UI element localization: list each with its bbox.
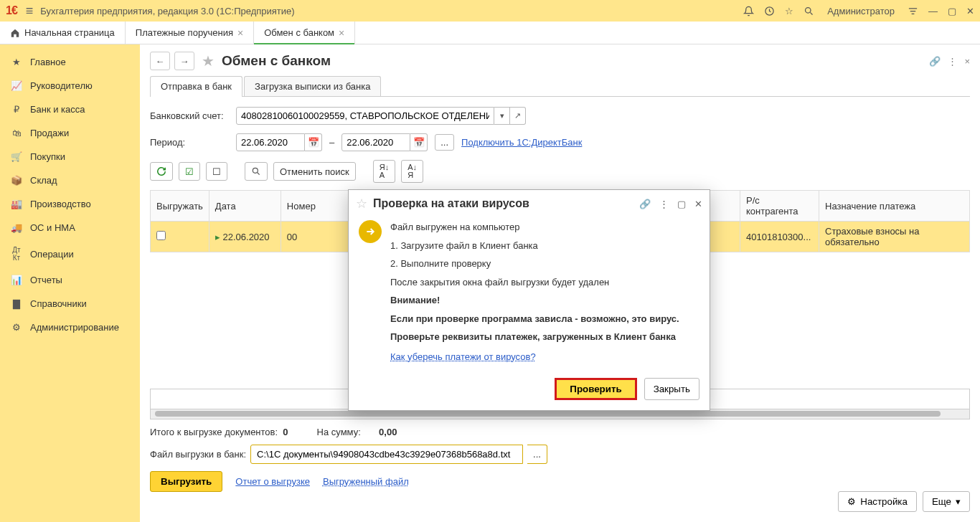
dropdown-icon[interactable]: ▾ (494, 107, 510, 125)
ops-icon: ДтКт (10, 246, 23, 262)
date-to-input[interactable] (341, 133, 410, 151)
account-input[interactable] (236, 107, 494, 125)
more-vert-icon[interactable]: ⋮ (948, 56, 957, 67)
dialog-warn2: Если при проверке программа зависла - во… (390, 312, 679, 326)
tab-payments-label: Платежные поручения (136, 27, 233, 38)
sort-asc-button[interactable]: Я↓А (373, 160, 395, 183)
col-purpose[interactable]: Назначение платежа (819, 191, 970, 222)
sidebar-item-operations[interactable]: ДтКтОперации (0, 239, 140, 268)
calendar-icon[interactable]: 📅 (410, 133, 428, 151)
close-icon[interactable]: × (339, 27, 344, 39)
star-icon[interactable]: ☆ (785, 6, 793, 16)
main-tabs: Начальная страница Платежные поручения ×… (0, 22, 980, 44)
sidebar: ★Главное 📈Руководителю ₽Банк и касса 🛍Пр… (0, 44, 140, 522)
col-export[interactable]: Выгружать (151, 191, 209, 222)
sidebar-item-production[interactable]: 🏭Производство (0, 192, 140, 216)
star-icon: ★ (10, 57, 23, 67)
date-from[interactable]: 📅 (236, 133, 322, 151)
bag-icon: 🛍 (10, 128, 23, 138)
link-icon[interactable]: 🔗 (929, 56, 941, 67)
app-title: Бухгалтерия предприятия, редакция 3.0 (1… (40, 6, 743, 16)
period-more-button[interactable]: ... (435, 134, 454, 151)
menu-icon[interactable]: ≡ (26, 4, 34, 19)
close-icon[interactable]: × (237, 27, 243, 39)
find-button[interactable] (245, 162, 268, 181)
tab-payments[interactable]: Платежные поручения × (126, 22, 254, 44)
file-path-input[interactable] (250, 445, 523, 464)
row-checkbox[interactable] (156, 231, 166, 240)
inner-tab-send[interactable]: Отправка в банк (150, 76, 242, 96)
date-from-input[interactable] (236, 133, 305, 151)
doc-icon: ▸ (215, 232, 220, 242)
history-icon[interactable] (764, 5, 775, 16)
sidebar-item-admin[interactable]: ⚙Администрирование (0, 315, 140, 339)
dialog-line3: 2. Выполните проверку (390, 257, 679, 271)
totals-docs: 0 (283, 427, 288, 437)
sidebar-item-sales[interactable]: 🛍Продажи (0, 121, 140, 145)
tab-home[interactable]: Начальная страница (0, 22, 126, 44)
close-window-icon[interactable]: ✕ (966, 6, 974, 16)
sidebar-item-manager[interactable]: 📈Руководителю (0, 74, 140, 98)
svg-point-1 (806, 8, 811, 14)
refresh-button[interactable] (150, 162, 173, 181)
nav-forward-button[interactable]: → (174, 52, 194, 70)
sort-desc-button[interactable]: А↓Я (401, 160, 423, 183)
cancel-search-button[interactable]: Отменить поиск (273, 162, 356, 181)
sidebar-item-warehouse[interactable]: 📦Склад (0, 169, 140, 192)
settings-lines-icon[interactable] (908, 5, 918, 16)
factory-icon: 🏭 (10, 199, 23, 209)
export-button[interactable]: Выгрузить (150, 471, 222, 492)
calendar-icon[interactable]: 📅 (305, 133, 322, 151)
search-icon[interactable] (804, 5, 814, 16)
maximize-icon[interactable]: ▢ (677, 199, 686, 209)
gear-icon: ⚙ (10, 322, 23, 333)
more-vert-icon[interactable]: ⋮ (659, 199, 669, 209)
star-icon[interactable]: ☆ (356, 196, 367, 212)
sidebar-item-catalogs[interactable]: ▇Справочники (0, 292, 140, 315)
check-button[interactable]: Проверить (555, 378, 636, 400)
sidebar-item-bank[interactable]: ₽Банк и касса (0, 98, 140, 121)
horizontal-scrollbar[interactable] (150, 409, 970, 419)
dialog-line2: 1. Загрузите файл в Клиент банка (390, 239, 679, 253)
minimize-icon[interactable]: — (928, 6, 938, 16)
col-date[interactable]: Дата (209, 191, 281, 222)
exported-file-link[interactable]: Выгруженный файл (323, 476, 409, 487)
favorite-icon[interactable]: ★ (202, 52, 215, 70)
close-button[interactable]: Закрыть (644, 378, 699, 400)
sidebar-item-assets[interactable]: 🚚ОС и НМА (0, 216, 140, 239)
open-icon[interactable]: ↗ (510, 107, 526, 125)
link-icon[interactable]: 🔗 (639, 199, 651, 209)
close-icon[interactable]: ✕ (694, 199, 702, 209)
sidebar-item-main[interactable]: ★Главное (0, 50, 140, 74)
dialog-help-link[interactable]: Как уберечь платежи от вирусов? (390, 351, 536, 362)
account-combo[interactable]: ▾ ↗ (236, 107, 526, 125)
more-button[interactable]: Еще ▾ (923, 491, 970, 512)
page-title: Обмен с банком (222, 53, 331, 69)
close-icon[interactable]: × (964, 56, 970, 67)
tab-bank-exchange-label: Обмен с банком (264, 27, 334, 38)
amount-value: 0,00 (379, 427, 397, 437)
nav-back-button[interactable]: ← (150, 52, 170, 70)
bell-icon[interactable] (743, 5, 754, 16)
tab-bank-exchange[interactable]: Обмен с банком × (254, 22, 355, 44)
bars-icon: 📊 (10, 275, 23, 285)
file-browse-button[interactable]: ... (527, 445, 547, 464)
maximize-icon[interactable]: ▢ (948, 6, 956, 16)
sidebar-item-reports[interactable]: 📊Отчеты (0, 268, 140, 292)
virus-check-dialog: ☆ Проверка на атаки вирусов 🔗 ⋮ ▢ ✕ Файл… (348, 189, 710, 411)
cart-icon: 🛒 (10, 151, 23, 162)
export-report-link[interactable]: Отчет о выгрузке (235, 476, 310, 487)
dash: – (329, 137, 334, 148)
check-all-button[interactable]: ☑ (179, 162, 200, 181)
logo-1c: 1€ (6, 4, 17, 17)
settings-button[interactable]: ⚙Настройка (838, 491, 917, 512)
dialog-line1: Файл выгружен на компьютер (390, 220, 679, 234)
book-icon: ▇ (10, 298, 23, 309)
sidebar-item-purchases[interactable]: 🛒Покупки (0, 145, 140, 169)
date-to[interactable]: 📅 (341, 133, 428, 151)
user-label[interactable]: Администратор (827, 6, 895, 16)
uncheck-all-button[interactable]: ☐ (206, 162, 227, 181)
inner-tab-load[interactable]: Загрузка выписки из банка (244, 76, 381, 96)
col-account[interactable]: Р/с контрагента (740, 191, 819, 222)
directbank-link[interactable]: Подключить 1С:ДиректБанк (461, 137, 582, 148)
